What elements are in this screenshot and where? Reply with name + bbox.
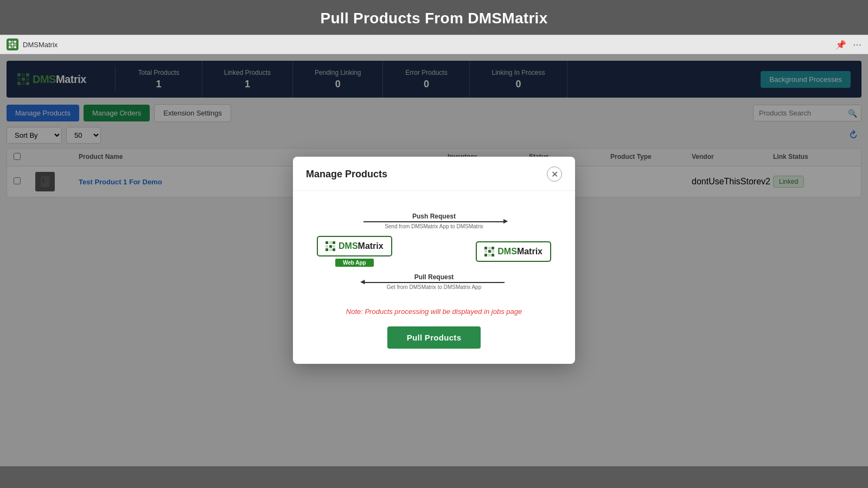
r8	[488, 254, 491, 256]
browser-app-name: DMSMatrix	[23, 41, 58, 49]
browser-chrome-left: DMSMatrix	[7, 38, 58, 50]
r3	[492, 247, 494, 249]
d1	[326, 241, 328, 244]
r6	[492, 250, 494, 253]
main-content: DMSMatrix Total Products 1 Linked Produc…	[0, 54, 868, 466]
d7	[326, 248, 328, 251]
logo-left: DMSMatrix Web App	[317, 236, 392, 267]
svg-rect-5	[14, 43, 16, 46]
browser-chrome: DMSMatrix 📌 ⋯	[0, 35, 868, 54]
logo-left-text: DMSMatrix	[339, 241, 384, 251]
push-sublabel: Send from DMSMatrix App to DMSMatrix	[385, 223, 483, 229]
modal-header: Manage Products ✕	[293, 157, 575, 191]
svg-rect-1	[11, 41, 14, 43]
flow-diagram: Push Request ▶ Send from DMSMatrix App t…	[306, 207, 562, 301]
r7	[484, 254, 487, 256]
r1	[484, 247, 487, 249]
pin-icon[interactable]: 📌	[835, 40, 846, 50]
modal-body: Push Request ▶ Send from DMSMatrix App t…	[293, 191, 575, 364]
modal-close-button[interactable]: ✕	[547, 166, 562, 182]
svg-rect-6	[9, 46, 11, 48]
modal-note: Note: Products processing will be displa…	[306, 307, 562, 316]
logo-left-box: DMSMatrix	[317, 236, 392, 256]
d9	[333, 248, 335, 251]
d5	[329, 245, 332, 248]
pull-request-row: Pull Request ◀ Get from DMSMatrix to DMS…	[317, 273, 551, 290]
modal-logo-icon-left	[326, 241, 335, 251]
pull-sublabel: Get from DMSMatrix to DMSMatrix App	[387, 284, 481, 290]
modal-title: Manage Products	[306, 169, 387, 180]
r4	[484, 250, 487, 253]
logo-right: DMSMatrix	[476, 241, 551, 262]
bottom-bar	[0, 466, 868, 488]
modal-overlay[interactable]: Manage Products ✕ Push Request ▶ Send fr…	[0, 54, 868, 466]
logo-right-text: DMSMatrix	[497, 247, 542, 256]
svg-rect-7	[11, 46, 14, 48]
d2	[329, 241, 332, 244]
page-title: Pull Products From DMSMatrix	[0, 10, 868, 27]
d8	[329, 248, 332, 251]
logo-right-box: DMSMatrix	[476, 241, 551, 262]
flow-logos-row: DMSMatrix Web App	[317, 236, 551, 267]
r9	[492, 254, 494, 256]
svg-rect-4	[11, 43, 14, 46]
svg-rect-3	[9, 43, 11, 46]
app-icon	[7, 38, 18, 50]
browser-chrome-right: 📌 ⋯	[835, 40, 861, 50]
svg-rect-2	[14, 41, 16, 43]
pull-request-label: Pull Request	[414, 273, 454, 281]
page-title-bar: Pull Products From DMSMatrix	[0, 0, 868, 35]
d3	[333, 241, 335, 244]
manage-products-modal: Manage Products ✕ Push Request ▶ Send fr…	[293, 157, 575, 364]
modal-logo-icon-right	[484, 247, 494, 256]
pull-products-button[interactable]: Pull Products	[387, 326, 481, 349]
d4	[326, 245, 328, 248]
r2	[488, 247, 491, 249]
r5	[488, 250, 491, 253]
more-options-icon[interactable]: ⋯	[853, 40, 861, 50]
d6	[333, 245, 335, 248]
webapp-badge: Web App	[335, 259, 374, 267]
svg-rect-0	[9, 41, 11, 43]
push-request-label: Push Request	[412, 213, 456, 220]
svg-rect-8	[14, 46, 16, 48]
